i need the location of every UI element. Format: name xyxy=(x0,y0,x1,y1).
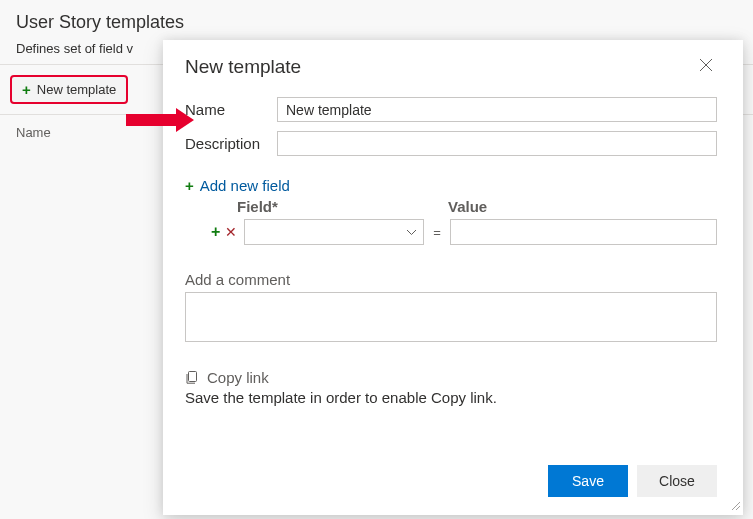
field-column-header: Field* xyxy=(237,198,424,215)
dialog-close-button[interactable] xyxy=(695,54,717,79)
comment-input[interactable] xyxy=(185,292,717,342)
plus-icon: + xyxy=(185,178,194,193)
remove-row-icon[interactable]: ✕ xyxy=(225,224,239,240)
new-template-dialog: New template Name Description + Add new … xyxy=(163,40,743,515)
name-input[interactable] xyxy=(277,97,717,122)
plus-icon: + xyxy=(22,82,31,97)
copy-link-icon xyxy=(185,370,200,385)
close-button[interactable]: Close xyxy=(637,465,717,497)
equals-separator: = xyxy=(429,225,445,240)
value-column-header: Value xyxy=(448,198,487,215)
new-template-button[interactable]: + New template xyxy=(10,75,128,104)
new-template-button-label: New template xyxy=(37,82,116,97)
dialog-title: New template xyxy=(185,56,301,78)
comment-label: Add a comment xyxy=(185,271,717,288)
copy-link-message: Save the template in order to enable Cop… xyxy=(185,389,717,406)
description-input[interactable] xyxy=(277,131,717,156)
close-icon xyxy=(699,58,713,72)
name-label: Name xyxy=(185,101,277,118)
chevron-down-icon xyxy=(406,229,417,236)
field-dropdown[interactable] xyxy=(244,219,424,245)
svg-rect-0 xyxy=(189,372,197,382)
add-new-field-link[interactable]: + Add new field xyxy=(185,177,290,194)
description-label: Description xyxy=(185,135,277,152)
resize-handle-icon xyxy=(729,499,741,513)
value-input[interactable] xyxy=(450,219,717,245)
save-button[interactable]: Save xyxy=(548,465,628,497)
field-row: + ✕ = xyxy=(211,219,717,245)
add-new-field-label: Add new field xyxy=(200,177,290,194)
add-row-icon[interactable]: + xyxy=(211,224,220,240)
copy-link-row: Copy link xyxy=(185,369,717,386)
page-title: User Story templates xyxy=(0,0,753,41)
copy-link-label: Copy link xyxy=(207,369,269,386)
